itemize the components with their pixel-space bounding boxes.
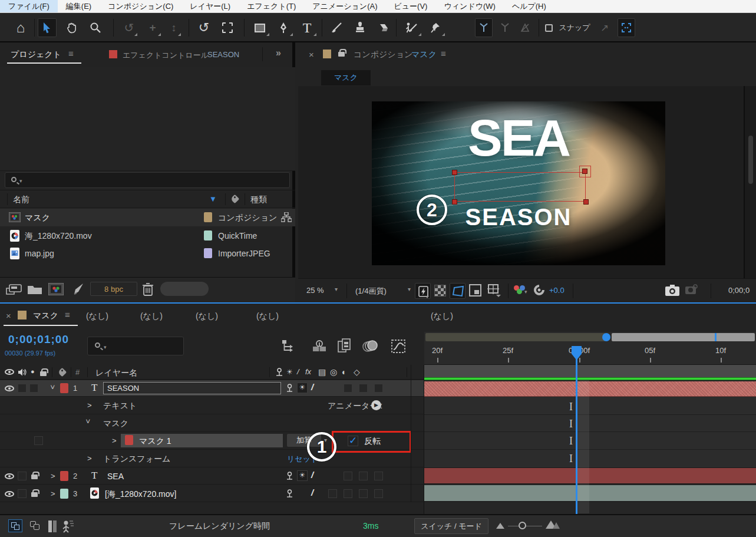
local-axis-mode-icon[interactable] <box>475 18 493 37</box>
sort-down-icon[interactable]: ▼ <box>209 195 217 203</box>
snap-along-edges-icon[interactable]: ↗ <box>596 18 613 37</box>
motion-blur-icon[interactable] <box>362 339 378 354</box>
menu-animation[interactable]: アニメーション(A) <box>304 0 385 12</box>
hand-tool-icon[interactable] <box>62 18 81 37</box>
comp-name-label[interactable]: マスク <box>411 50 437 60</box>
shy-switch-icon[interactable] <box>285 384 294 393</box>
switch-cell[interactable] <box>374 489 383 498</box>
layer-color-swatch[interactable] <box>60 383 68 393</box>
layer-name[interactable]: SEA <box>107 472 124 481</box>
menu-effect[interactable]: エフェクト(T) <box>239 0 304 12</box>
prop-label[interactable]: テキスト <box>103 401 137 411</box>
expand-arrow-icon[interactable]: > <box>51 472 55 480</box>
expand-arrow-icon[interactable]: > <box>87 454 92 463</box>
flowchart-icon[interactable] <box>281 212 292 222</box>
world-axis-mode-icon[interactable] <box>496 18 514 37</box>
switch-cell[interactable] <box>359 472 368 480</box>
zoom-dropdown-icon[interactable]: ▾ <box>335 286 338 292</box>
mask-outline[interactable] <box>454 172 586 202</box>
tab-effect-controls[interactable]: エフェクトコントロール <box>123 50 209 61</box>
trash-icon[interactable] <box>142 282 154 296</box>
orbit-camera-tool-icon[interactable]: ↺ <box>120 18 138 37</box>
zoom-out-mountain-icon[interactable] <box>496 523 504 529</box>
prop-row-mask-group[interactable]: > マスク <box>0 414 424 432</box>
frame-blending-icon[interactable] <box>337 338 352 354</box>
animator-add-icon[interactable]: ▶ <box>371 400 381 410</box>
audio-cell[interactable] <box>18 472 27 480</box>
switches-modes-button[interactable]: スイッチ / モード <box>414 518 488 534</box>
eye-icon[interactable] <box>5 473 14 479</box>
menu-view[interactable]: ビュー(V) <box>385 0 435 12</box>
label-column-tag-icon[interactable] <box>230 195 240 204</box>
audio-column-speaker-icon[interactable] <box>18 368 27 377</box>
current-timecode[interactable]: 0;00;01;00 <box>8 333 69 346</box>
none-label-3[interactable]: (なし) <box>196 311 218 322</box>
menu-edit[interactable]: 編集(E) <box>58 0 100 12</box>
puppet-pin-tool-icon[interactable] <box>425 18 445 37</box>
layer-bar-sea[interactable] <box>424 467 756 484</box>
fast-preview-icon[interactable] <box>415 283 431 299</box>
pan-camera-tool-icon[interactable]: + <box>144 18 161 37</box>
switch-cell[interactable] <box>359 384 368 393</box>
switch-cell[interactable] <box>328 489 337 498</box>
frame-blend-column-icon[interactable]: ▤ <box>318 367 326 377</box>
layer-row-season[interactable]: > 1 T SEASON ☀ / <box>0 380 424 397</box>
shy-switch-icon[interactable] <box>285 472 294 481</box>
label-swatch[interactable] <box>204 248 212 258</box>
collapse-arrow-icon[interactable]: > <box>84 419 93 424</box>
comp-scrollbar-thumb[interactable] <box>748 136 753 184</box>
more-tabs-chevron-icon[interactable]: » <box>276 48 281 58</box>
motion-path-cell[interactable] <box>34 436 43 445</box>
collapse-switch-icon[interactable]: ☀ <box>297 470 308 481</box>
resolution-dropdown-icon[interactable]: ▾ <box>408 286 411 292</box>
switch-cell[interactable] <box>374 384 383 393</box>
choose-grid-guides-icon[interactable] <box>487 284 501 299</box>
expand-arrow-icon[interactable]: > <box>51 489 55 498</box>
brush-tool-icon[interactable] <box>326 18 346 37</box>
project-row-map-jpg[interactable]: map.jpg ImporterJPEG <box>0 245 295 262</box>
zoom-level-select[interactable]: 25 % <box>306 286 324 295</box>
mask-handle-br[interactable] <box>583 199 589 205</box>
column-name[interactable]: 名前 <box>13 195 29 205</box>
bit-depth-button[interactable]: 8 bpc <box>90 282 137 296</box>
switch-cell[interactable] <box>344 472 352 480</box>
eye-icon[interactable] <box>5 386 14 391</box>
quality-column-icon[interactable]: / <box>297 367 299 376</box>
layer-bar-season[interactable] <box>424 381 756 397</box>
solo-column-icon[interactable]: ● <box>31 368 35 375</box>
item-name[interactable]: マスク <box>25 213 50 223</box>
mask-handle-tr[interactable] <box>582 169 587 174</box>
time-ruler[interactable]: 20f 25f 01:00f 05f 10f <box>424 342 756 365</box>
layer-color-swatch[interactable] <box>60 489 68 499</box>
viewer-timecode[interactable]: 0;00;0 <box>728 286 756 295</box>
timeline-close-icon[interactable]: × <box>6 311 11 321</box>
snapshot-camera-icon[interactable] <box>665 284 680 299</box>
timeline-tab-mask[interactable]: マスク <box>33 311 58 321</box>
mask-handle-tl[interactable] <box>452 170 457 175</box>
lock-column-icon[interactable] <box>40 371 47 376</box>
layer-name-column[interactable]: レイヤー名 <box>95 368 137 378</box>
lock-icon[interactable] <box>31 475 38 479</box>
layer-name-field[interactable]: SEASON <box>103 382 281 394</box>
mask-handle-bl[interactable] <box>452 199 457 205</box>
text-tool-icon[interactable]: T <box>297 18 317 37</box>
threed-column-icon[interactable]: ◇ <box>354 367 360 377</box>
shy-layers-icon[interactable] <box>311 339 328 354</box>
zoom-tool-icon[interactable] <box>86 18 105 37</box>
menu-help[interactable]: ヘルプ(H) <box>504 0 554 12</box>
frame-blend-toggle-icon[interactable] <box>47 520 58 533</box>
show-channel-icon[interactable]: ▾ <box>514 284 529 297</box>
footer-scrollbar-thumb[interactable] <box>160 282 209 296</box>
mask1-label[interactable]: マスク 1 <box>139 436 171 447</box>
layer-name[interactable]: [海_1280x720.mov] <box>105 489 176 500</box>
shy-toggle-icon[interactable] <box>28 519 42 532</box>
close-panel-icon[interactable]: × <box>309 50 314 60</box>
shy-switch-icon[interactable] <box>285 489 294 499</box>
collapse-column-icon[interactable]: ☀ <box>286 368 293 376</box>
composition-viewport[interactable]: SEA SEASON 2 <box>372 101 665 265</box>
quality-switch-icon[interactable]: / <box>311 470 313 480</box>
timeline-zoom-knob[interactable] <box>519 522 526 529</box>
mask-color-swatch[interactable] <box>125 435 133 445</box>
show-snapshot-icon[interactable] <box>685 284 698 298</box>
selection-tool-icon[interactable] <box>38 18 57 37</box>
